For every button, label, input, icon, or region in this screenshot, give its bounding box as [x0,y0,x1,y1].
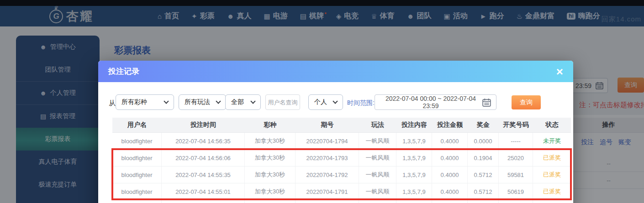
table-cell [499,200,533,203]
table-cell: bloodfighter [112,167,162,183]
table-row: bloodfighter2022-07-04 14:55:01加拿大30秒202… [112,183,571,200]
table-cell [112,200,162,203]
bet-records-table: 用户名投注时间彩种期号玩法投注内容投注金额奖金开奖号码状态bloodfighte… [112,118,571,203]
chevron-down-icon [216,99,221,104]
column-header[interactable]: 用户名 [112,118,162,132]
chevron-down-icon [164,99,169,104]
chevron-down-icon [333,99,338,104]
table-cell: 2022-07-04 14:56:35 [162,133,245,149]
table-cell: 加拿大30秒 [245,183,296,200]
table-header-row: 用户名投注时间彩种期号玩法投注内容投注金额奖金开奖号码状态 [112,118,571,133]
table-cell: 1,3,5,7,9 [396,183,432,200]
table-cell: 0.0000 [468,133,499,149]
username-search-input[interactable] [265,94,300,110]
table-row: bloodfighter2022-07-04 14:55:35加拿大30秒202… [112,167,571,183]
bet-records-modal: 投注记录 × 从 所有彩种 所有玩法 全部 个人 时间范围: 2022-07-0… [98,61,573,203]
column-header[interactable]: 投注时间 [162,118,245,132]
column-header[interactable]: 奖金 [468,118,499,132]
table-cell [359,200,396,203]
table-cell: 50619 [499,183,533,200]
time-range-label: 时间范围: [347,99,375,107]
table-cell: 0.5712 [468,167,499,183]
modal-title: 投注记录 [108,66,139,77]
table-row: bloodfighter2022-07-04 14:56:06加拿大30秒202… [112,150,571,167]
table-cell: ----- [499,133,533,149]
table-cell [162,200,245,203]
column-header[interactable]: 投注金额 [432,118,468,132]
table-cell: 1,3,5,7,9 [396,150,432,166]
search-button[interactable]: 查询 [512,95,541,109]
table-cell: 59581 [499,167,533,183]
table-cell: bloodfighter [112,150,162,166]
status-badge: 已派奖 [533,183,571,200]
column-header[interactable]: 状态 [533,118,571,132]
table-cell: 20220704-1792 [296,167,359,183]
table-cell: 0.4000 [432,167,468,183]
table-cell: 加拿大30秒 [245,167,296,183]
modal-header: 投注记录 × [98,61,573,82]
date-range-input[interactable]: 2022-07-04 00:00 ~ 2022-07-04 23:59 [375,94,496,110]
scope-select[interactable]: 全部 [225,94,261,110]
column-header[interactable]: 期号 [296,118,359,132]
table-cell: 20220704-1793 [296,150,359,166]
table-cell [296,200,359,203]
table-cell: 1,3,5,7,9 [396,133,432,149]
table-cell: bloodfighter [112,133,162,149]
table-cell: 0.1904 [468,150,499,166]
table-cell: 0.4000 [432,133,468,149]
table-cell: 加拿大30秒 [245,133,296,149]
table-cell: 20220704-1791 [296,183,359,200]
table-cell [533,200,571,203]
table-cell: bloodfighter [112,183,162,200]
column-header[interactable]: 玩法 [359,118,396,132]
table-cell: 0.4000 [432,183,468,200]
table-cell: 一帆风顺 [359,183,396,200]
play-method-select[interactable]: 所有玩法 [179,94,226,110]
table-cell [468,200,499,203]
table-cell: 一帆风顺 [359,167,396,183]
table-cell: 25020 [499,150,533,166]
column-header[interactable]: 彩种 [245,118,296,132]
calendar-icon [482,98,491,107]
table-cell: 2022-07-04 14:56:06 [162,150,245,166]
lottery-type-select[interactable]: 所有彩种 [116,94,174,110]
column-header[interactable]: 投注内容 [396,118,432,132]
table-cell: 2022-07-04 14:55:01 [162,183,245,200]
from-label: 从 [109,99,116,108]
table-cell: 0.5712 [468,183,499,200]
status-badge: 未开奖 [533,133,571,149]
table-cell: 一帆风顺 [359,133,396,149]
table-cell [432,200,468,203]
chevron-down-icon [250,99,255,104]
table-cell [245,200,296,203]
close-icon[interactable]: × [556,66,563,78]
table-row: bloodfighter2022-07-04 14:56:35加拿大30秒202… [112,133,571,150]
table-cell: 一帆风顺 [359,150,396,166]
status-badge: 已派奖 [533,150,571,166]
table-cell: 20220704-1794 [296,133,359,149]
table-row [112,200,571,203]
table-cell: 0.4000 [432,150,468,166]
status-badge: 已派奖 [533,167,571,183]
table-cell: 加拿大30秒 [245,150,296,166]
column-header[interactable]: 开奖号码 [499,118,533,132]
person-select[interactable]: 个人 [308,94,343,110]
table-cell: 2022-07-04 14:55:35 [162,167,245,183]
table-cell [396,200,432,203]
table-cell: 1,3,5,7,9 [396,167,432,183]
